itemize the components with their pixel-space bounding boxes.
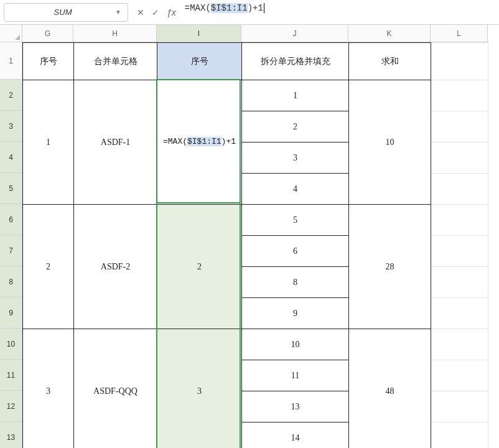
column-header-H[interactable]: H xyxy=(73,25,157,42)
cell-L4[interactable] xyxy=(431,142,488,174)
cell-I2[interactable]: =MAX($I$1:I1)+1 xyxy=(157,80,242,205)
cell-J10[interactable]: 10 xyxy=(242,329,349,360)
cell-J9[interactable]: 9 xyxy=(242,298,349,329)
formula-controls: ✕ ✓ ƒx xyxy=(133,7,176,17)
column-header-G[interactable]: G xyxy=(22,25,73,42)
cell-L6[interactable] xyxy=(431,205,488,236)
cell-J3[interactable]: 2 xyxy=(242,111,349,142)
row-header-8[interactable]: 8 xyxy=(0,266,22,297)
cells-area[interactable]: 序号合并单元格序号拆分单元格并填充求和1ASDF-1=MAX($I$1:I1)+… xyxy=(22,42,488,448)
cancel-icon[interactable]: ✕ xyxy=(137,7,144,17)
row-header-13[interactable]: 13 xyxy=(0,422,22,448)
cell-L10[interactable] xyxy=(431,329,488,360)
cell-L13[interactable] xyxy=(431,422,488,449)
editing-cell-content[interactable]: =MAX($I$1:I1)+1 xyxy=(157,135,241,149)
cell-J11[interactable]: 11 xyxy=(242,360,349,391)
cell-J4[interactable]: 3 xyxy=(242,142,349,174)
cell-J13[interactable]: 14 xyxy=(242,422,349,449)
column-header-J[interactable]: J xyxy=(241,25,348,42)
cell-L8[interactable] xyxy=(431,267,488,298)
cell-L11[interactable] xyxy=(431,360,488,391)
row-headers: 12345678910111213 xyxy=(0,42,22,448)
formula-input[interactable]: =MAX($I$1:I1)+1 xyxy=(181,3,495,22)
cell-L3[interactable] xyxy=(431,111,488,142)
name-box-text: SUM xyxy=(11,7,115,17)
row-header-6[interactable]: 6 xyxy=(0,204,22,235)
cell-J8[interactable]: 8 xyxy=(242,267,349,298)
cell-J12[interactable]: 13 xyxy=(242,391,349,422)
cell-L7[interactable] xyxy=(431,236,488,267)
cell-H1[interactable]: 合并单元格 xyxy=(74,43,157,80)
chevron-down-icon[interactable]: ▼ xyxy=(115,9,121,16)
column-header-L[interactable]: L xyxy=(431,25,488,42)
cell-K10[interactable]: 48 xyxy=(349,329,431,449)
cell-K1[interactable]: 求和 xyxy=(349,43,431,80)
cell-H2[interactable]: ASDF-1 xyxy=(74,80,157,205)
row-header-11[interactable]: 11 xyxy=(0,360,22,391)
fx-icon[interactable]: ƒx xyxy=(167,7,176,17)
cell-I6[interactable]: 2 xyxy=(157,205,242,329)
cell-I10[interactable]: 3 xyxy=(157,329,242,449)
row-header-5[interactable]: 5 xyxy=(0,173,22,204)
row-header-12[interactable]: 12 xyxy=(0,391,22,422)
row-header-7[interactable]: 7 xyxy=(0,235,22,266)
cell-J2[interactable]: 1 xyxy=(242,80,349,111)
row-header-9[interactable]: 9 xyxy=(0,297,22,329)
row-header-4[interactable]: 4 xyxy=(0,142,22,173)
select-all-corner[interactable] xyxy=(0,25,22,42)
cell-L2[interactable] xyxy=(431,80,488,111)
name-box[interactable]: SUM ▼ xyxy=(4,3,128,22)
formula-text: =MAX($I$1:I1)+1 xyxy=(185,3,264,13)
cell-G2[interactable]: 1 xyxy=(23,80,74,205)
cell-L5[interactable] xyxy=(431,174,488,205)
accept-icon[interactable]: ✓ xyxy=(152,7,159,17)
cell-J6[interactable]: 5 xyxy=(242,205,349,236)
cell-L12[interactable] xyxy=(431,391,488,422)
cell-G6[interactable]: 2 xyxy=(23,205,74,329)
cell-H6[interactable]: ASDF-2 xyxy=(74,205,157,329)
cell-L1[interactable] xyxy=(431,43,488,80)
cell-J1[interactable]: 拆分单元格并填充 xyxy=(242,43,349,80)
spreadsheet: 12345678910111213 GHIJKL 序号合并单元格序号拆分单元格并… xyxy=(0,25,499,448)
formula-bar: SUM ▼ ✕ ✓ ƒx =MAX($I$1:I1)+1 xyxy=(0,0,499,25)
cell-G10[interactable]: 3 xyxy=(23,329,74,449)
cell-L9[interactable] xyxy=(431,298,488,329)
cell-J7[interactable]: 6 xyxy=(242,236,349,267)
row-header-2[interactable]: 2 xyxy=(0,80,22,111)
cell-H10[interactable]: ASDF-QQQ xyxy=(74,329,157,449)
cell-G1[interactable]: 序号 xyxy=(23,43,74,80)
row-header-3[interactable]: 3 xyxy=(0,111,22,142)
row-header-10[interactable]: 10 xyxy=(0,329,22,360)
cell-K2[interactable]: 10 xyxy=(349,80,431,205)
column-headers: GHIJKL xyxy=(22,25,488,42)
column-header-K[interactable]: K xyxy=(348,25,431,42)
cell-J5[interactable]: 4 xyxy=(242,174,349,205)
column-header-I[interactable]: I xyxy=(157,25,241,42)
cell-I1[interactable]: 序号 xyxy=(157,43,242,80)
row-header-1[interactable]: 1 xyxy=(0,42,22,80)
cell-K6[interactable]: 28 xyxy=(349,205,431,329)
